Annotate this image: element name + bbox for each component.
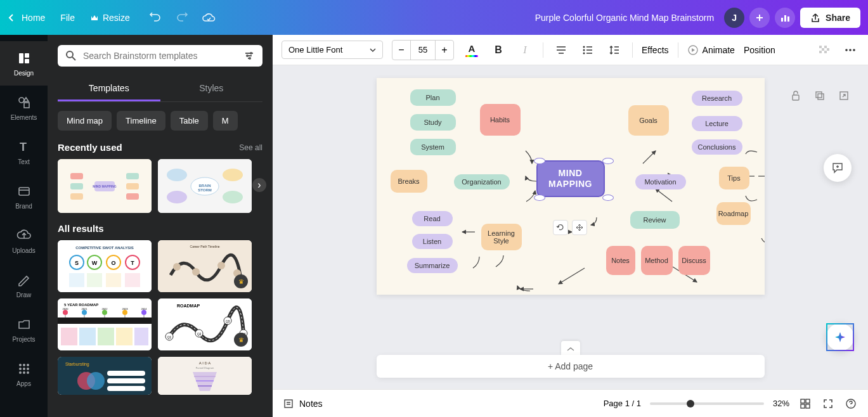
tab-templates[interactable]: Templates — [58, 77, 160, 101]
node-breaks[interactable]: Breaks — [391, 170, 427, 193]
cloud-sync-icon[interactable] — [201, 10, 216, 25]
template-thumb-recent-2[interactable]: BRAINSTORM — [158, 159, 252, 213]
node-summarize[interactable]: Summarize — [407, 258, 458, 273]
spacing-button[interactable] — [606, 41, 623, 59]
help-button[interactable] — [844, 397, 858, 411]
node-listen[interactable]: Listen — [412, 234, 453, 249]
chip-more[interactable]: M — [213, 111, 238, 131]
font-size-input[interactable] — [410, 41, 436, 60]
template-thumb-roadmap[interactable]: ROADMAPQ1Q2Q3Q4 ♛ — [158, 298, 252, 350]
chip-mindmap[interactable]: Mind map — [58, 111, 112, 131]
user-avatar[interactable]: J — [724, 8, 744, 28]
comment-fab[interactable] — [824, 154, 852, 182]
node-goals[interactable]: Goals — [628, 105, 669, 136]
back-home-button[interactable]: Home — [8, 13, 45, 23]
rail-design[interactable]: Design — [0, 41, 48, 86]
undo-button[interactable] — [148, 10, 163, 25]
node-notes[interactable]: Notes — [606, 246, 635, 275]
node-plan[interactable]: Plan — [410, 89, 456, 106]
node-system[interactable]: System — [410, 139, 456, 155]
node-tips[interactable]: Tips — [719, 167, 749, 189]
template-thumb-5year[interactable]: 5 YEAR ROADMAP20202021202220232024 — [58, 298, 152, 350]
node-roadmap[interactable]: Roadmap — [716, 202, 751, 225]
notes-button[interactable]: Notes — [283, 398, 323, 409]
lock-button[interactable] — [788, 88, 803, 103]
node-discuss[interactable]: Discuss — [678, 246, 710, 275]
svg-point-21 — [246, 55, 249, 57]
move-handle[interactable] — [572, 220, 587, 235]
font-size-increase[interactable]: + — [436, 41, 453, 60]
node-conclusions[interactable]: Conclusions — [692, 139, 742, 155]
rail-uploads[interactable]: Uploads — [0, 219, 48, 263]
page-indicator[interactable]: Page 1 / 1 — [604, 399, 641, 408]
rail-brand[interactable]: Brand — [0, 174, 48, 219]
add-member-button[interactable] — [749, 8, 770, 28]
node-method[interactable]: Method — [641, 246, 673, 275]
zoom-percentage[interactable]: 32% — [773, 399, 789, 408]
rail-draw[interactable]: Draw — [0, 263, 48, 307]
template-thumb-recent-1[interactable]: MIND MAPPING — [58, 159, 152, 213]
effects-button[interactable]: Effects — [642, 45, 669, 55]
rail-text[interactable]: TText — [0, 130, 48, 174]
selection-handle[interactable] — [534, 158, 545, 164]
node-read[interactable]: Read — [412, 211, 453, 226]
chips-scroll-right[interactable]: › — [257, 111, 262, 131]
rail-elements[interactable]: Elements — [0, 86, 48, 130]
bold-button[interactable]: B — [489, 41, 507, 59]
file-menu[interactable]: File — [60, 13, 75, 23]
animate-button[interactable]: Animate — [687, 44, 735, 56]
node-learning-style[interactable]: Learning Style — [481, 224, 522, 250]
node-lecture[interactable]: Lecture — [692, 116, 742, 131]
rotate-handle[interactable] — [553, 220, 568, 235]
position-button[interactable]: Position — [744, 45, 775, 55]
align-button[interactable] — [552, 41, 570, 59]
canvas-page[interactable]: Plan Study System Habits Goals Research … — [377, 78, 765, 295]
rail-projects[interactable]: Projects — [0, 307, 48, 352]
pop-out-button[interactable] — [836, 88, 852, 103]
fullscreen-button[interactable] — [821, 397, 835, 411]
template-thumb-swot[interactable]: COMPETITIVE SWOT ANALYSISSWOT — [58, 240, 152, 292]
pro-badge-icon: ♛ — [234, 333, 248, 347]
page-handle[interactable] — [561, 341, 580, 356]
node-research[interactable]: Research — [692, 91, 742, 106]
duplicate-button[interactable] — [812, 88, 827, 103]
svg-text:Starbursting: Starbursting — [65, 362, 89, 367]
selection-handle[interactable] — [534, 195, 545, 201]
add-page-button[interactable]: + Add page — [377, 355, 765, 378]
transparency-button[interactable] — [815, 41, 832, 59]
grid-view-button[interactable] — [798, 397, 812, 411]
chip-timeline[interactable]: Timeline — [117, 111, 165, 131]
filter-icon[interactable] — [243, 50, 255, 61]
tab-styles[interactable]: Styles — [160, 77, 263, 101]
share-button[interactable]: Share — [800, 8, 860, 28]
more-button[interactable] — [841, 41, 859, 59]
italic-button[interactable]: I — [516, 41, 534, 59]
node-motivation[interactable]: Motivation — [635, 174, 686, 189]
analytics-button[interactable] — [775, 8, 795, 28]
node-habits[interactable]: Habits — [480, 104, 521, 136]
chip-table[interactable]: Table — [171, 111, 208, 131]
zoom-slider[interactable] — [650, 402, 764, 405]
selection-handle[interactable] — [602, 158, 614, 164]
list-button[interactable] — [579, 41, 597, 59]
node-study[interactable]: Study — [410, 114, 456, 131]
search-input[interactable] — [83, 51, 237, 61]
zoom-knob[interactable] — [687, 400, 694, 407]
node-review[interactable]: Review — [630, 211, 680, 229]
rail-apps[interactable]: Apps — [0, 352, 48, 396]
selection-handle[interactable] — [602, 195, 614, 201]
resize-menu[interactable]: Resize — [90, 13, 130, 23]
redo-button[interactable] — [174, 10, 190, 25]
node-center[interactable]: MIND MAPPING — [536, 160, 605, 197]
template-thumb-career[interactable]: Career Path Timeline ♛ — [158, 240, 252, 292]
font-size-decrease[interactable]: − — [392, 41, 410, 60]
thumbs-scroll-right[interactable]: › — [252, 178, 266, 192]
font-select[interactable]: One Little Font — [282, 41, 383, 59]
document-title[interactable]: Purple Colorful Organic Mind Map Brainst… — [535, 13, 714, 23]
see-all-link[interactable]: See all — [239, 143, 262, 152]
template-thumb-aida[interactable]: A I D AFunnel Diagram — [158, 357, 252, 395]
svg-point-13 — [19, 368, 22, 370]
node-organization[interactable]: Organization — [454, 174, 510, 189]
text-color-button[interactable]: A — [463, 41, 481, 59]
template-thumb-starburst[interactable]: Starbursting — [58, 357, 152, 395]
